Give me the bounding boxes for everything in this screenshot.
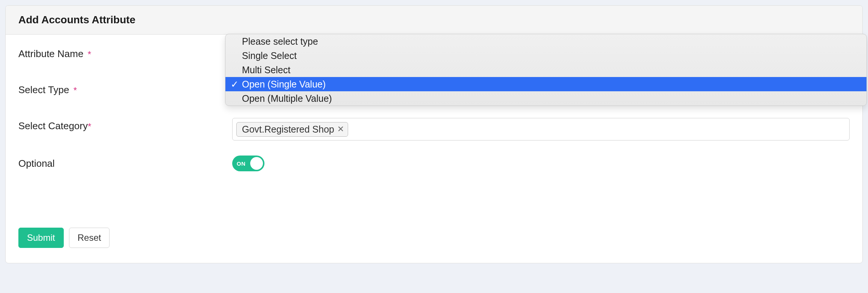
label-optional: Optional (18, 156, 232, 169)
row-select-category: Select Category* Govt.Registered Shop ✕ (18, 118, 850, 140)
col-select-category: Govt.Registered Shop ✕ (232, 118, 850, 140)
dropdown-option-single-select[interactable]: ✓ Single Select (225, 48, 866, 63)
required-mark: * (74, 85, 77, 95)
dropdown-option-label: Open (Multiple Value) (242, 93, 332, 104)
submit-button[interactable]: Submit (18, 228, 64, 248)
select-type-dropdown[interactable]: ✓ Please select type ✓ Single Select ✓ M… (225, 34, 867, 106)
dropdown-option-label: Please select type (242, 36, 318, 47)
category-tag-input[interactable]: Govt.Registered Shop ✕ (232, 118, 850, 140)
required-mark: * (88, 49, 91, 59)
label-select-type: Select Type * (18, 82, 232, 96)
label-select-type-text: Select Type (18, 84, 69, 95)
check-icon: ✓ (231, 79, 239, 90)
dropdown-option-label: Open (Single Value) (242, 79, 326, 90)
category-tag: Govt.Registered Shop ✕ (236, 122, 348, 137)
card: Add Accounts Attribute Attribute Name * … (5, 5, 863, 263)
footer-actions: Submit Reset (18, 228, 850, 248)
label-attribute-name-text: Attribute Name (18, 48, 83, 59)
label-select-category: Select Category* (18, 118, 232, 132)
category-tag-label: Govt.Registered Shop (242, 124, 334, 135)
page-title: Add Accounts Attribute (18, 14, 850, 26)
toggle-knob (250, 157, 263, 170)
card-body: Attribute Name * Select Type * Open (Sin… (6, 35, 862, 263)
dropdown-option-open-multiple[interactable]: ✓ Open (Multiple Value) (225, 91, 866, 106)
reset-button[interactable]: Reset (69, 228, 110, 248)
required-mark: * (88, 121, 91, 131)
dropdown-option-multi-select[interactable]: ✓ Multi Select (225, 63, 866, 77)
row-optional: Optional ON (18, 156, 850, 171)
close-icon[interactable]: ✕ (337, 124, 344, 134)
dropdown-option-placeholder[interactable]: ✓ Please select type (225, 34, 866, 48)
card-header: Add Accounts Attribute (6, 6, 862, 35)
dropdown-option-label: Multi Select (242, 65, 290, 76)
dropdown-option-open-single[interactable]: ✓ Open (Single Value) (225, 77, 866, 91)
dropdown-option-label: Single Select (242, 50, 297, 61)
optional-toggle[interactable]: ON (232, 156, 264, 171)
toggle-on-label: ON (237, 160, 246, 167)
label-attribute-name: Attribute Name * (18, 46, 232, 60)
label-select-category-text: Select Category (18, 120, 88, 131)
col-optional: ON (232, 156, 850, 171)
